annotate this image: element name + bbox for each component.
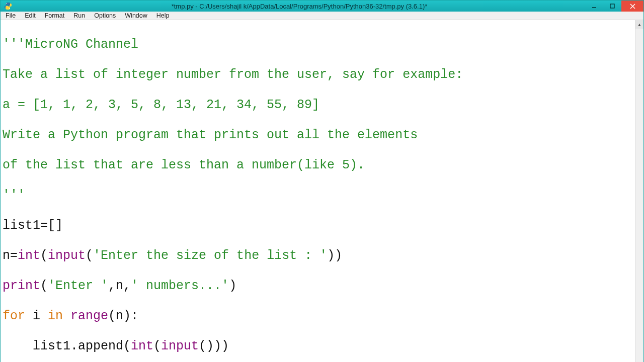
code-text: 'Enter the size of the list : ' (93, 248, 327, 263)
minimize-button[interactable] (585, 1, 603, 12)
code-text: (n): (108, 309, 138, 323)
svg-point-0 (7, 3, 8, 4)
scroll-up-arrow-icon[interactable]: ▲ (635, 20, 643, 29)
maximize-button[interactable] (603, 1, 621, 12)
code-text: n= (3, 248, 18, 263)
code-text: for (3, 309, 25, 323)
svg-rect-3 (610, 4, 614, 8)
menu-window[interactable]: Window (121, 12, 151, 20)
menubar: File Edit Format Run Options Window Help (1, 12, 643, 20)
menu-run[interactable]: Run (69, 12, 89, 20)
svg-point-1 (9, 8, 10, 9)
code-text: int (18, 248, 40, 263)
titlebar[interactable]: *tmp.py - C:/Users/shajil k/AppData/Loca… (1, 1, 643, 12)
vertical-scrollbar[interactable]: ▲ ▼ (635, 20, 643, 362)
code-text: 'Enter ' (48, 279, 108, 293)
code-text: of the list that are less than a number(… (3, 158, 633, 173)
code-text: ( (86, 248, 93, 263)
menu-file[interactable]: File (2, 12, 20, 20)
code-text: int (131, 339, 153, 353)
menu-help[interactable]: Help (152, 12, 174, 20)
code-text: MicroNG Channel (25, 37, 138, 52)
code-text: )) (327, 248, 342, 263)
code-text: ( (153, 339, 161, 353)
scroll-track[interactable] (635, 29, 643, 362)
menu-edit[interactable]: Edit (21, 12, 40, 20)
menu-format[interactable]: Format (41, 12, 69, 20)
code-text: Take a list of integer number from the u… (3, 67, 633, 82)
code-text: range (70, 309, 108, 323)
code-text: ' numbers...' (131, 279, 229, 293)
code-text: input (161, 339, 199, 353)
window-controls (585, 1, 643, 12)
menu-options[interactable]: Options (90, 12, 120, 20)
code-text (63, 309, 70, 323)
editor-area: '''MicroNG Channel Take a list of intege… (1, 20, 643, 362)
close-button[interactable] (621, 1, 643, 12)
code-editor[interactable]: '''MicroNG Channel Take a list of intege… (1, 20, 635, 362)
idle-window: *tmp.py - C:/Users/shajil k/AppData/Loca… (0, 0, 644, 362)
window-title: *tmp.py - C:/Users/shajil k/AppData/Loca… (14, 3, 585, 10)
app-icon (3, 1, 14, 12)
code-text: i (25, 309, 48, 323)
code-text: ''' (3, 37, 25, 52)
code-text: print (3, 279, 40, 293)
code-text: ( (40, 248, 48, 263)
code-text: Write a Python program that prints out a… (3, 128, 633, 143)
code-text: input (48, 248, 86, 263)
code-text: ''' (3, 188, 633, 203)
code-text: ())) (199, 339, 229, 353)
code-text: in (48, 309, 63, 323)
code-text: list1=[] (3, 218, 633, 233)
code-text: ) (229, 279, 236, 293)
code-text: a = [1, 1, 2, 3, 5, 8, 13, 21, 34, 55, 8… (3, 98, 633, 113)
code-text: ,n, (108, 279, 131, 293)
code-text: ( (40, 279, 48, 293)
code-text: list1.append( (3, 339, 131, 353)
